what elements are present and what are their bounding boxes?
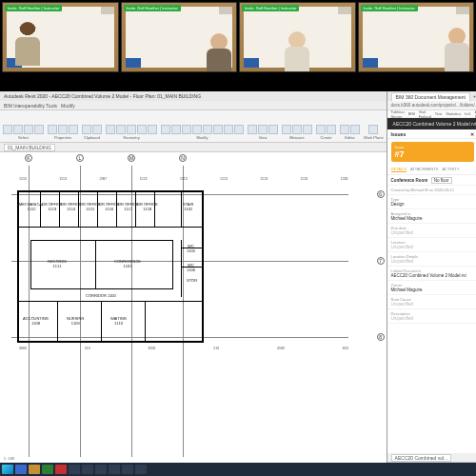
issue-field[interactable]: Assigned toMichael Maguire [387, 209, 476, 224]
ribbon-button[interactable] [127, 125, 136, 134]
ribbon-button[interactable] [268, 125, 278, 134]
revit-tabstrip[interactable]: BIM Interoperability Tools Modify [0, 101, 387, 110]
ribbon-button[interactable] [282, 125, 291, 134]
taskbar-item[interactable] [42, 465, 53, 474]
ribbon-button[interactable] [182, 125, 191, 134]
ribbon-tab[interactable]: BIM Interoperability Tools [4, 103, 57, 109]
floor-plan-canvas[interactable]: K L M N 6 7 8 15131513298715131513151315… [0, 152, 387, 463]
sheet-tab[interactable]: AECC20 Combined vol... [391, 454, 452, 462]
ribbon-button[interactable] [137, 125, 147, 134]
new-tab-button[interactable]: + [473, 93, 476, 99]
ribbon-button[interactable] [3, 125, 12, 134]
revit-window: Autodesk Revit 2020 - AECC20 Combined Vo… [0, 91, 387, 463]
ribbon-button[interactable] [148, 125, 157, 134]
ribbon-button[interactable] [13, 125, 23, 134]
browser-window: BIM 360 Document Management + docs.b360.… [387, 91, 476, 463]
ribbon-tab[interactable]: Modify [61, 103, 75, 109]
ribbon-button[interactable] [234, 125, 244, 134]
issue-title-field[interactable]: Conference Room No floor [387, 175, 476, 186]
browser-tab[interactable]: BIM 360 Document Management [391, 92, 470, 101]
ribbon-button[interactable] [327, 125, 336, 134]
room-label: WC1105 [187, 244, 195, 253]
issue-field[interactable]: TypeDesign [387, 195, 476, 209]
ribbon-group-label: View [259, 135, 268, 140]
room-label: DR OFFICE1118 [137, 202, 158, 211]
ribbon-button[interactable] [34, 125, 44, 134]
video-tile[interactable]: Invite. Golf Huether | Instructor [239, 2, 356, 72]
ribbon-button[interactable] [368, 125, 378, 134]
dimension: 1513 [19, 177, 27, 181]
ribbon-button[interactable] [316, 125, 326, 134]
ribbon-button[interactable] [213, 125, 223, 134]
close-icon[interactable]: ✕ [470, 129, 474, 139]
ribbon-button[interactable] [82, 125, 91, 134]
ribbon-button[interactable] [203, 125, 212, 134]
video-tile[interactable]: Invite. Golf Huether | Instructor [2, 2, 119, 72]
ribbon-button[interactable] [24, 125, 33, 134]
ribbon-button[interactable] [116, 125, 126, 134]
ribbon-group: Create [315, 125, 337, 140]
issue-field[interactable]: DescriptionUnspecified [387, 309, 476, 324]
dimension: 1513 [220, 177, 228, 181]
taskbar-item[interactable] [95, 465, 107, 474]
taskbar-item[interactable] [122, 465, 133, 474]
taskbar-item[interactable] [82, 465, 93, 474]
dimension: 1500 [341, 177, 348, 181]
video-tile[interactable]: Invite. Golf Huether | Instructor [358, 2, 475, 72]
room-label: DR OFFICE1117 [118, 202, 139, 211]
issue-tab-activity[interactable]: ACTIVITY [442, 167, 459, 172]
room-label: RECORDS1111 [48, 259, 67, 268]
ribbon-button[interactable] [258, 125, 268, 134]
ribbon-button[interactable] [69, 125, 78, 134]
grid-bubble: M [128, 154, 135, 162]
bookmark-item[interactable]: Tableau Server [391, 109, 405, 119]
dimension: 2987 [99, 177, 107, 181]
taskbar-item[interactable] [135, 465, 147, 474]
start-button[interactable] [2, 465, 13, 474]
issue-field[interactable]: LocationUnspecified [387, 238, 476, 252]
issue-card[interactable]: Issue #7 [391, 142, 474, 162]
bookmark-item[interactable]: Intl. [465, 111, 470, 116]
taskbar-item[interactable] [55, 465, 67, 474]
bookmark-item[interactable]: Statistics [446, 111, 461, 116]
ribbon-group-label: Select [18, 135, 29, 140]
ribbon-button[interactable] [58, 125, 68, 134]
ribbon-button[interactable] [303, 125, 312, 134]
ribbon-button[interactable] [292, 125, 302, 134]
video-tile[interactable]: Invite. Golf Huether | Instructor [121, 2, 238, 72]
ribbon-button[interactable] [350, 125, 360, 134]
ribbon-button[interactable] [224, 125, 233, 134]
issue-field[interactable]: Due dateUnspecified [387, 224, 476, 238]
dimension: 1513 [180, 177, 188, 181]
ribbon-button[interactable] [248, 125, 257, 134]
dimension: 4500 [277, 347, 285, 350]
taskbar-item[interactable] [69, 465, 80, 474]
ribbon-group: Editor [339, 125, 361, 140]
room-label: DR OFFICE1114 [61, 202, 82, 211]
taskbar-item[interactable] [15, 465, 27, 474]
room-label: WAITING1110 [110, 316, 127, 326]
ribbon-button[interactable] [92, 125, 102, 134]
bookmark-item[interactable]: BIM [408, 111, 415, 116]
issue-field[interactable]: Location DetailsUnspecified [387, 252, 476, 267]
issue-field[interactable]: Linked DocumentAECC20 Combined Volume 2 … [387, 267, 476, 281]
grid-bubble: L [76, 154, 84, 162]
issue-field[interactable]: OwnerMichael Maguire [387, 281, 476, 295]
ribbon-button[interactable] [106, 125, 115, 134]
issue-field[interactable]: Root CauseUnspecified [387, 295, 476, 309]
grid-bubble: 6 [377, 190, 385, 198]
ribbon-button[interactable] [161, 125, 170, 134]
ribbon-button[interactable] [192, 125, 202, 134]
room-label: CORRIDOR 1100 [86, 293, 116, 298]
ribbon-button[interactable] [340, 125, 349, 134]
view-tab[interactable]: 01_MAIN BUILDING [4, 144, 55, 151]
bookmark-item[interactable]: Test [435, 111, 442, 116]
ribbon-button[interactable] [171, 125, 181, 134]
issue-tab-details[interactable]: DETAILS [391, 167, 407, 172]
ribbon-button[interactable] [48, 125, 57, 134]
issue-tab-attachments[interactable]: ATTACHMENTS [410, 167, 438, 172]
bookmark-item[interactable]: Visit Finland [419, 109, 431, 119]
taskbar-item[interactable] [29, 465, 40, 474]
field-value: Unspecified [391, 316, 474, 321]
taskbar-item[interactable] [109, 465, 120, 474]
